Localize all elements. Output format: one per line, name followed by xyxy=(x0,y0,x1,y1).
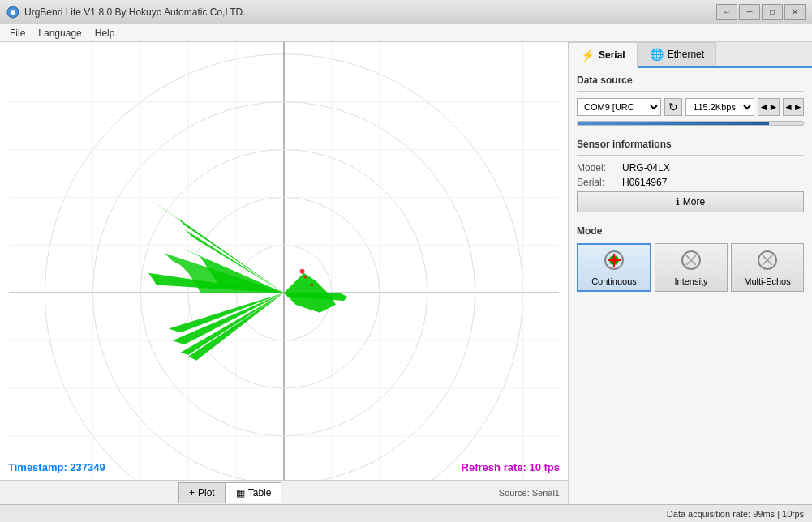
connection-progress-bar xyxy=(577,121,804,126)
window-controls: ← ─ □ ✕ xyxy=(716,4,806,20)
serial-tab-label: Serial xyxy=(599,49,625,61)
table-tab-label: Table xyxy=(248,487,272,498)
app-title: UrgBenri Lite V1.8.0 By Hokuyo Automatic… xyxy=(24,6,246,18)
tab-table[interactable]: ▦ Table xyxy=(226,482,282,503)
right-panel: ⚡ Serial 🌐 Ethernet Data source COM9 [UR… xyxy=(569,42,812,504)
direction-button-2[interactable]: ◄► xyxy=(783,98,804,116)
viz-panel: Timestamp: 237349 Refresh rate: 10 fps +… xyxy=(0,42,569,504)
svg-point-1 xyxy=(11,10,15,15)
sensor-info-title: Sensor informations xyxy=(577,139,804,150)
data-source-title: Data source xyxy=(577,75,804,86)
data-source-row: COM9 [URC ↻ 115.2Kbps ◄► ◄► xyxy=(577,98,804,116)
viz-bottom-bar: + Plot ▦ Table Source: Serial1 xyxy=(0,480,568,504)
menu-language[interactable]: Language xyxy=(32,26,88,41)
status-text: Data acquisition rate: 99ms | 10fps xyxy=(667,509,804,519)
status-bar: Data acquisition rate: 99ms | 10fps xyxy=(0,504,812,522)
timestamp-label: Timestamp: 237349 xyxy=(8,461,105,473)
maximize-button[interactable]: □ xyxy=(762,4,783,20)
svg-point-47 xyxy=(310,283,313,286)
continuous-icon xyxy=(603,249,625,273)
sensor-info-section: Sensor informations Model: URG-04LX Seri… xyxy=(569,132,812,219)
refresh-connection-button[interactable]: ↻ xyxy=(664,98,683,116)
model-label: Model: xyxy=(577,162,617,173)
title-bar: UrgBenri Lite V1.8.0 By Hokuyo Automatic… xyxy=(0,0,812,24)
mode-continuous-button[interactable]: Continuous xyxy=(577,243,651,292)
intensity-label: Intensity xyxy=(675,276,708,286)
multiecho-label: Multi-Echos xyxy=(744,276,790,286)
model-value: URG-04LX xyxy=(622,162,670,173)
viz-tabs: + Plot ▦ Table xyxy=(178,482,281,503)
mode-section: Mode Continuous xyxy=(569,219,812,298)
menu-help[interactable]: Help xyxy=(88,26,122,41)
more-label: More xyxy=(683,196,705,208)
radar-canvas xyxy=(0,42,568,480)
menu-file[interactable]: File xyxy=(3,26,32,41)
progress-fill xyxy=(578,122,769,125)
svg-point-46 xyxy=(304,276,307,279)
mode-intensity-button[interactable]: Intensity xyxy=(655,243,728,292)
minimize-button[interactable]: ─ xyxy=(739,4,760,20)
serial-label: Serial: xyxy=(577,177,617,188)
data-source-section: Data source COM9 [URC ↻ 115.2Kbps ◄► ◄► xyxy=(569,68,812,132)
serial-icon: ⚡ xyxy=(581,49,595,62)
menu-bar: File Language Help xyxy=(0,24,812,42)
tab-serial[interactable]: ⚡ Serial xyxy=(569,42,638,68)
back-button[interactable]: ← xyxy=(716,4,737,20)
table-tab-icon: ▦ xyxy=(236,487,245,498)
more-icon: ℹ xyxy=(676,196,680,208)
model-row: Model: URG-04LX xyxy=(577,162,804,173)
serial-value: H0614967 xyxy=(622,177,667,188)
mode-multiecho-button[interactable]: Multi-Echos xyxy=(731,243,804,292)
main-content: Timestamp: 237349 Refresh rate: 10 fps +… xyxy=(0,42,812,504)
radar-svg xyxy=(0,42,568,480)
tab-plot[interactable]: + Plot xyxy=(178,482,226,503)
multiecho-icon xyxy=(756,249,779,273)
more-button[interactable]: ℹ More xyxy=(577,191,804,212)
plot-tab-label: Plot xyxy=(198,487,215,498)
source-label: Source: Serial1 xyxy=(499,488,560,498)
serial-row: Serial: H0614967 xyxy=(577,177,804,188)
connection-tabs: ⚡ Serial 🌐 Ethernet xyxy=(569,42,812,68)
continuous-label: Continuous xyxy=(591,276,637,286)
mode-buttons: Continuous Intensity xyxy=(577,243,804,292)
plot-tab-icon: + xyxy=(189,487,195,498)
mode-title: Mode xyxy=(577,225,804,237)
ethernet-icon: 🌐 xyxy=(650,48,664,61)
svg-point-45 xyxy=(300,269,305,274)
tab-ethernet[interactable]: 🌐 Ethernet xyxy=(638,42,716,66)
ethernet-tab-label: Ethernet xyxy=(668,49,704,60)
app-icon xyxy=(6,6,19,19)
svg-point-54 xyxy=(612,258,617,263)
baud-rate-dropdown[interactable]: 115.2Kbps xyxy=(685,98,754,116)
refresh-rate-label: Refresh rate: 10 fps xyxy=(462,461,560,473)
intensity-icon xyxy=(680,249,702,273)
direction-button-1[interactable]: ◄► xyxy=(758,98,779,116)
com-port-dropdown[interactable]: COM9 [URC xyxy=(577,98,661,116)
close-button[interactable]: ✕ xyxy=(784,4,806,20)
